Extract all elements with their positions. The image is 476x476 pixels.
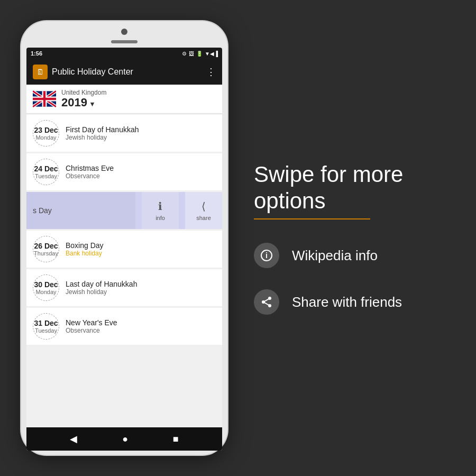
country-name: United Kingdom: [61, 89, 106, 96]
app-icon: 🗓: [33, 65, 48, 79]
share-friends-label: Share with friends: [292, 294, 402, 310]
holiday-item-25dec-swiped[interactable]: s Day ℹ info ⟨ share: [26, 192, 222, 230]
share-feature: Share with friends: [254, 289, 450, 315]
date-main-23dec: 23 Dec: [34, 126, 58, 134]
holiday-info-26dec: Boxing Day Bank holiday: [66, 241, 216, 257]
uk-flag: [33, 90, 56, 107]
wikipedia-label: Wikipedia info: [292, 248, 378, 264]
share-icon: ⟨: [202, 200, 206, 213]
holiday-info-23dec: First Day of Hanukkah Jewish holiday: [66, 125, 216, 141]
holiday-name-23dec: First Day of Hanukkah: [66, 125, 216, 134]
holiday-info-24dec: Christmas Eve Observance: [66, 164, 216, 180]
phone-shell: 1:56 ⚙ 🖼 🔋 ▼◀▐ 🗓 Public Holiday Center ⋮: [21, 21, 227, 455]
status-icons: ⚙ 🖼 🔋 ▼◀▐: [182, 51, 218, 57]
date-day-30dec: Monday: [35, 289, 56, 295]
holiday-type-24dec: Observance: [66, 172, 216, 180]
holiday-type-23dec: Jewish holiday: [66, 134, 216, 141]
country-year: 2019 ▾: [61, 96, 106, 109]
date-main-24dec: 24 Dec: [34, 164, 58, 173]
year-arrow: ▾: [90, 100, 94, 108]
status-time: 1:56: [31, 50, 42, 57]
share-circle-icon: [254, 289, 279, 315]
info-button-25dec[interactable]: ℹ info: [142, 192, 179, 229]
holiday-item-31dec[interactable]: 31 Dec Tuesday New Year's Eve Observance: [26, 308, 222, 345]
holiday-item-30dec[interactable]: 30 Dec Monday Last day of Hanukkah Jewis…: [26, 269, 222, 307]
date-main-26dec: 26 Dec: [34, 242, 58, 250]
holiday-info-30dec: Last day of Hanukkah Jewish holiday: [66, 280, 216, 296]
date-day-31dec: Tuesday: [35, 327, 57, 334]
bottom-nav: ◀ ● ■: [26, 427, 222, 451]
holiday-name-24dec: Christmas Eve: [66, 164, 216, 172]
svg-line-14: [263, 298, 270, 302]
date-circle-31dec: 31 Dec Tuesday: [33, 313, 59, 340]
holiday-name-31dec: New Year's Eve: [66, 318, 216, 327]
info-label: info: [155, 215, 165, 221]
holiday-item-26dec[interactable]: 26 Dec Thursday Boxing Day Bank holiday: [26, 231, 222, 268]
holiday-type-26dec: Bank holiday: [66, 250, 216, 257]
speaker-grille: [111, 40, 138, 43]
date-circle-23dec: 23 Dec Monday: [33, 120, 59, 147]
recent-button[interactable]: ■: [173, 434, 179, 445]
app-title: Public Holiday Center: [52, 67, 133, 77]
more-options-button[interactable]: ⋮: [206, 66, 216, 78]
status-bar: 1:56 ⚙ 🖼 🔋 ▼◀▐: [26, 48, 222, 59]
share-label: share: [196, 215, 211, 221]
date-circle-24dec: 24 Dec Tuesday: [33, 159, 59, 185]
date-day-23dec: Monday: [35, 134, 56, 141]
app-bar: 🗓 Public Holiday Center ⋮: [26, 59, 222, 85]
holiday-list[interactable]: 23 Dec Monday First Day of Hanukkah Jewi…: [26, 114, 222, 427]
back-button[interactable]: ◀: [70, 433, 77, 445]
settings-icon: ⚙: [182, 51, 187, 57]
date-circle-30dec: 30 Dec Monday: [33, 274, 59, 301]
share-button-25dec[interactable]: ⟨ share: [185, 192, 222, 229]
date-day-24dec: Tuesday: [35, 173, 57, 179]
swipe-headline-container: Swipe for more options: [254, 161, 450, 222]
date-main-30dec: 30 Dec: [34, 280, 58, 289]
svg-text:i: i: [266, 251, 268, 260]
phone-top: [25, 28, 223, 48]
svg-line-15: [263, 302, 270, 306]
holiday-item-24dec[interactable]: 24 Dec Tuesday Christmas Eve Observance: [26, 153, 222, 191]
holiday-name-26dec: Boxing Day: [66, 241, 216, 250]
right-panel: Swipe for more options i Wikipedia info …: [227, 140, 476, 336]
holiday-type-30dec: Jewish holiday: [66, 288, 216, 296]
battery-icon: 🔋: [196, 51, 203, 57]
holiday-item-23dec[interactable]: 23 Dec Monday First Day of Hanukkah Jewi…: [26, 115, 222, 152]
holiday-name-30dec: Last day of Hanukkah: [66, 280, 216, 288]
holiday-info-31dec: New Year's Eve Observance: [66, 318, 216, 334]
home-button[interactable]: ●: [122, 434, 128, 445]
date-day-26dec: Thursday: [34, 250, 58, 257]
holiday-type-31dec: Observance: [66, 327, 216, 334]
app-bar-left: 🗓 Public Holiday Center: [33, 65, 133, 79]
date-main-31dec: 31 Dec: [34, 319, 58, 327]
divider-line: [254, 218, 370, 219]
wikipedia-feature: i Wikipedia info: [254, 243, 450, 268]
info-circle-icon: i: [254, 243, 279, 268]
image-icon: 🖼: [189, 51, 194, 57]
signal-icon: ▼◀▐: [205, 51, 218, 57]
camera-notch: [121, 29, 127, 35]
swipe-headline: Swipe for more options: [254, 161, 450, 215]
phone-screen: 1:56 ⚙ 🖼 🔋 ▼◀▐ 🗓 Public Holiday Center ⋮: [26, 48, 222, 451]
swipe-label-25dec: s Day: [26, 192, 135, 229]
country-info: United Kingdom 2019 ▾: [61, 89, 106, 109]
country-header: United Kingdom 2019 ▾: [26, 85, 222, 114]
info-icon: ℹ: [158, 200, 162, 213]
date-circle-26dec: 26 Dec Thursday: [33, 236, 59, 262]
